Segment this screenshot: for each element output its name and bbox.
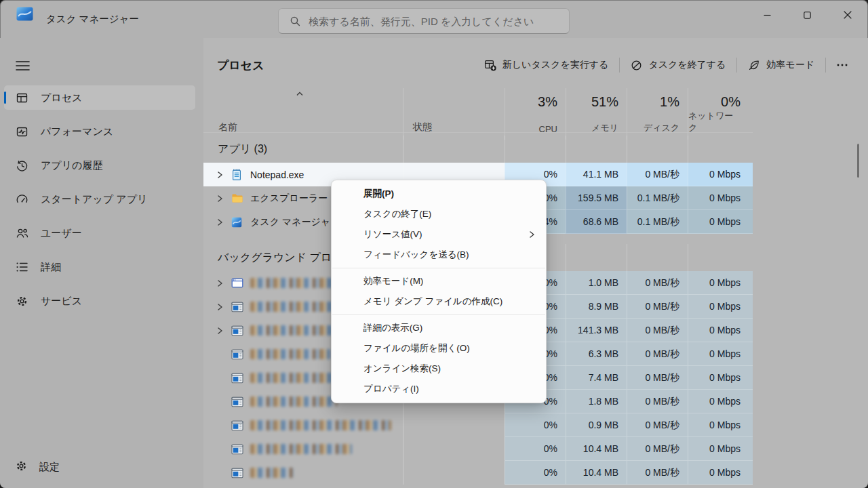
search-box[interactable] (278, 8, 570, 34)
toolbar-button-label: 新しいタスクを実行する (502, 59, 609, 71)
column-label: CPU (539, 124, 557, 134)
context-menu-item[interactable]: タスクの終了(E) (332, 204, 546, 224)
chevron-up-icon (296, 92, 304, 96)
context-menu-item[interactable]: ファイルの場所を開く(O) (332, 338, 546, 359)
sidebar-item-settings[interactable]: 設定 (4, 455, 195, 479)
context-menu-item[interactable]: フィードバックを送る(B) (332, 245, 546, 265)
disk-cell: 0 MB/秒 (627, 163, 688, 186)
group-header-cell (627, 244, 688, 271)
more-options-button[interactable] (830, 59, 854, 71)
page-title: プロセス (217, 58, 264, 73)
sidebar: プロセスパフォーマンスアプリの履歴スタートアップ アプリユーザー詳細サービス 設… (0, 38, 203, 488)
name-cell (203, 413, 403, 437)
expand-chevron-icon[interactable] (217, 218, 231, 226)
app-window-icon (231, 373, 250, 384)
search-input[interactable] (309, 16, 569, 27)
column-header-name[interactable]: 名前 (203, 88, 403, 140)
app-window-icon (231, 302, 250, 312)
group-header-cell (566, 136, 627, 163)
column-header-network[interactable]: 0% ネットワーク (688, 88, 753, 140)
sidebar-item-label: アプリの履歴 (41, 159, 102, 172)
app-window-icon (231, 349, 250, 360)
cpu-cell: 0% (505, 413, 566, 437)
sidebar-item-app-history[interactable]: アプリの履歴 (4, 153, 195, 178)
window-title: タスク マネージャー (46, 13, 139, 26)
context-menu-item[interactable]: 効率モード(M) (332, 271, 546, 291)
expand-chevron-icon[interactable] (217, 303, 231, 311)
column-header-disk[interactable]: 1% ディスク (627, 88, 688, 140)
context-menu-item[interactable]: 展開(P) (332, 184, 546, 204)
cpu-cell: 0% (505, 461, 566, 485)
menu-separator (332, 268, 545, 268)
disk-cell: 0 MB/秒 (627, 413, 688, 437)
expand-chevron-icon[interactable] (217, 279, 231, 287)
expand-chevron-icon[interactable] (217, 195, 231, 203)
name-cell (203, 461, 403, 485)
column-header-cpu[interactable]: 3% CPU (505, 88, 566, 140)
sidebar-item-performance[interactable]: パフォーマンス (4, 119, 195, 144)
processes-icon (15, 92, 29, 104)
group-header-cell (688, 244, 753, 271)
group-header[interactable]: アプリ (3) (203, 136, 753, 163)
memory-cell: 1.0 MB (566, 271, 627, 295)
column-label: 状態 (413, 121, 432, 134)
efficiency-mode-button[interactable]: 効率モード (741, 54, 821, 76)
sidebar-item-users[interactable]: ユーザー (4, 221, 195, 245)
end-task-button[interactable]: タスクを終了する (624, 54, 732, 76)
network-cell: 0 Mbps (688, 295, 753, 319)
column-header-memory[interactable]: 51% メモリ (566, 88, 627, 140)
redacted-process-name (250, 444, 352, 454)
context-menu-item[interactable]: 詳細の表示(G) (332, 318, 546, 338)
new-task-icon (484, 59, 496, 71)
app-window-icon (231, 444, 250, 455)
app-window-icon (231, 420, 250, 431)
status-cell (403, 461, 505, 485)
disk-cell: 0.1 MB/秒 (627, 210, 688, 234)
sidebar-item-label: 設定 (39, 461, 60, 474)
startup-icon (15, 193, 29, 206)
minimize-button[interactable] (747, 1, 787, 30)
sidebar-item-details[interactable]: 詳細 (4, 255, 195, 279)
process-row[interactable]: 0%0.9 MB0 MB/秒0 Mbps (203, 413, 753, 437)
memory-cell: 10.4 MB (566, 461, 627, 485)
context-menu-item[interactable]: メモリ ダンプ ファイルの作成(C) (332, 291, 546, 312)
status-cell (403, 413, 505, 437)
network-cell: 0 Mbps (688, 210, 753, 234)
end-task-icon (631, 60, 642, 71)
sidebar-item-startup-apps[interactable]: スタートアップ アプリ (4, 187, 195, 211)
sidebar-item-processes[interactable]: プロセス (4, 85, 195, 110)
context-menu-item[interactable]: プロパティ(I) (332, 379, 546, 399)
folder-icon (231, 193, 250, 203)
column-label: ディスク (644, 122, 679, 134)
context-menu-item[interactable]: リソース値(V) (332, 224, 546, 245)
disk-cell: 0 MB/秒 (627, 461, 688, 485)
toolbar-divider (825, 58, 826, 73)
process-row[interactable]: 0%10.4 MB0 MB/秒0 Mbps (203, 461, 753, 485)
sidebar-item-label: プロセス (41, 92, 82, 104)
expand-chevron-icon[interactable] (217, 171, 231, 179)
toolbar-button-label: 効率モード (766, 59, 814, 71)
sidebar-item-services[interactable]: サービス (4, 289, 195, 313)
cpu-total: 3% (538, 94, 557, 110)
process-name: エクスプローラー (250, 192, 328, 205)
context-menu-item[interactable]: オンライン検索(S) (332, 359, 546, 379)
run-new-task-button[interactable]: 新しいタスクを実行する (477, 54, 616, 76)
close-button[interactable] (827, 1, 867, 30)
menu-item-label: メモリ ダンプ ファイルの作成(C) (363, 296, 502, 308)
titlebar: タスク マネージャー (0, 0, 868, 38)
column-header-status[interactable]: 状態 (403, 88, 505, 140)
toolbar: 新しいタスクを実行するタスクを終了する効率モード (477, 54, 854, 76)
process-row[interactable]: 0%10.4 MB0 MB/秒0 Mbps (203, 437, 753, 461)
network-cell: 0 Mbps (688, 413, 753, 437)
expand-chevron-icon[interactable] (217, 327, 231, 335)
column-label: メモリ (591, 122, 618, 134)
navigation-menu-button[interactable] (12, 56, 33, 77)
network-cell: 0 Mbps (688, 163, 753, 186)
disk-cell: 0 MB/秒 (627, 319, 688, 342)
task-manager-logo (16, 7, 33, 21)
memory-cell: 6.3 MB (566, 342, 627, 366)
scrollbar-thumb[interactable] (857, 144, 859, 178)
dialog-window-icon (231, 278, 250, 288)
maximize-button[interactable] (787, 1, 827, 30)
minimize-icon (764, 11, 771, 21)
